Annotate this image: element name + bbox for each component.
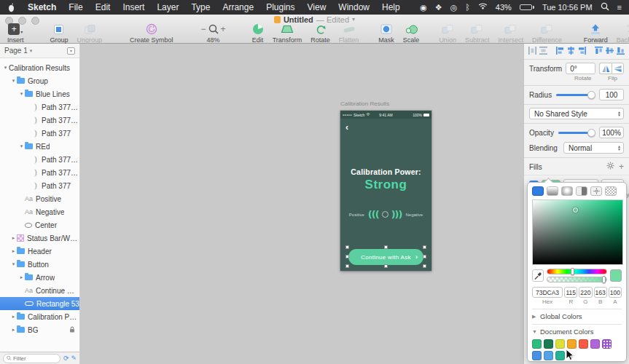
document-color-swatch[interactable] (544, 351, 553, 360)
layer-center[interactable]: Center (0, 218, 79, 232)
app-status-icon[interactable]: ◎ (450, 4, 458, 12)
toolbar-48--button[interactable]: −+48% (200, 20, 227, 44)
flip-horizontal-button[interactable] (599, 63, 612, 74)
back-chevron-icon[interactable]: ‹ (345, 122, 348, 132)
layer-path-377-[interactable]: )Path 377… (0, 166, 79, 179)
noise-fill-button[interactable] (605, 186, 617, 196)
align-bottom-icon[interactable] (616, 46, 625, 57)
document-colors-row[interactable]: ▼ Document Colors (532, 324, 622, 336)
alpha-slider[interactable] (547, 277, 607, 282)
page-header[interactable]: Page 1 ▾ ▾ (0, 44, 79, 58)
menu-window[interactable]: Window (338, 2, 370, 12)
distribute-horizontal-icon[interactable] (528, 46, 537, 57)
menu-edit[interactable]: Edit (95, 2, 111, 12)
toolbar-forward-button[interactable]: Forward (584, 20, 608, 44)
document-color-swatch[interactable] (590, 339, 600, 349)
align-top-icon[interactable] (594, 46, 603, 57)
align-middle-vertical-icon[interactable] (605, 46, 614, 57)
layer-negative[interactable]: AaNegative (0, 205, 79, 218)
layer-arrow[interactable]: ▸Arrow (0, 271, 79, 284)
menu-file[interactable]: File (69, 2, 82, 12)
layer-positive[interactable]: AaPositive (0, 192, 79, 205)
eyedropper-button[interactable] (532, 269, 544, 282)
selection-handle[interactable] (423, 245, 426, 249)
green-input[interactable]: 220 (579, 287, 592, 298)
toolbar-create-symbol-button[interactable]: Create Symbol (130, 20, 173, 44)
menu-layer[interactable]: Layer (157, 2, 179, 12)
layer-path-377-[interactable]: )Path 377… (0, 153, 79, 166)
toolbar-group-button[interactable]: Group (50, 20, 69, 44)
disclosure-triangle-icon[interactable]: ▾ (10, 78, 17, 84)
opacity-slider-knob[interactable] (587, 129, 595, 137)
shared-style-dropdown[interactable]: No Shared Style ▲▼ (529, 108, 624, 119)
add-fill-icon[interactable]: + (619, 162, 624, 172)
disclosure-triangle-icon[interactable]: ▾ (18, 91, 25, 97)
layer-status-bar-whi-[interactable]: ▸Status Bar/Whi… (0, 232, 79, 245)
layer-path-377[interactable]: )Path 377 (0, 127, 79, 140)
blue-input[interactable]: 163 (594, 287, 607, 298)
layer-red[interactable]: ▾REd (0, 140, 79, 153)
angular-gradient-button[interactable] (576, 186, 587, 196)
layer-blue-lines[interactable]: ▾Blue Lines (0, 87, 79, 100)
toolbar-scale-button[interactable]: Scale (403, 20, 420, 44)
solid-fill-button[interactable] (532, 186, 544, 196)
artboard[interactable]: ●●●●● Sketch 9:41 AM 100% ‹ Calibration … (340, 111, 431, 271)
hue-slider[interactable] (547, 269, 607, 274)
layer-button[interactable]: ▾Button (0, 258, 79, 271)
disclosure-triangle-icon[interactable]: ▾ (10, 261, 17, 267)
edit-shape-icon[interactable]: ✎ (71, 355, 77, 362)
disclosure-closed-icon[interactable]: ▶ (532, 314, 537, 320)
hue-slider-handle[interactable] (571, 268, 574, 275)
disclosure-triangle-icon[interactable]: ▸ (10, 327, 17, 333)
align-left-icon[interactable] (555, 46, 565, 57)
rotate-copies-icon[interactable]: ⟳ (63, 355, 69, 362)
document-color-swatch[interactable] (602, 339, 612, 349)
artboard-label[interactable]: Calibration Results (340, 100, 389, 107)
radius-slider-knob[interactable] (587, 91, 595, 99)
disclosure-triangle-icon[interactable]: ▸ (10, 314, 17, 320)
selection-handle[interactable] (345, 264, 349, 268)
disclosure-triangle-icon[interactable]: ▸ (10, 235, 17, 241)
menu-plugins[interactable]: Plugins (266, 2, 294, 12)
document-color-swatch[interactable] (532, 351, 542, 360)
global-colors-row[interactable]: ▶ Global Colors (532, 309, 622, 320)
filter-input[interactable] (13, 355, 57, 362)
disclosure-triangle-icon[interactable]: ▾ (2, 65, 9, 71)
layer-header[interactable]: ▸Header (0, 245, 79, 258)
layer-group[interactable]: ▾Group (0, 74, 79, 87)
menu-help[interactable]: Help (382, 2, 400, 12)
toolbar-mask-button[interactable]: Mask (378, 20, 394, 44)
align-center-horizontal-icon[interactable] (566, 46, 576, 57)
bluetooth-icon[interactable]: ᛒ (465, 4, 470, 12)
continue-button[interactable]: Continue with Ask › (348, 249, 423, 265)
dropbox-icon[interactable]: ❖ (435, 4, 442, 12)
notification-center-icon[interactable]: ≡ (617, 4, 622, 12)
lock-icon[interactable] (69, 326, 75, 334)
align-right-icon[interactable] (577, 46, 587, 57)
hex-input[interactable]: 73DCA3 (532, 287, 563, 298)
spotlight-icon[interactable] (601, 2, 609, 12)
layer-continue-wi-[interactable]: AaContinue wi… (0, 284, 79, 297)
layer-path-377[interactable]: )Path 377 (0, 179, 79, 192)
menu-type[interactable]: Type (191, 2, 210, 12)
toolbar-edit-button[interactable]: Edit (252, 20, 264, 44)
menu-sketch[interactable]: Sketch (28, 2, 56, 12)
linear-gradient-button[interactable] (547, 186, 558, 196)
screen-record-icon[interactable]: ◉ (420, 4, 427, 12)
alpha-slider-handle[interactable] (602, 276, 606, 283)
color-selector-ring[interactable] (573, 207, 578, 213)
menu-arrange[interactable]: Arrange (222, 2, 254, 12)
wifi-icon[interactable] (478, 3, 488, 12)
document-color-swatch[interactable] (555, 339, 565, 349)
radial-gradient-button[interactable] (561, 186, 573, 196)
disclosure-triangle-icon[interactable]: ▾ (18, 143, 25, 149)
opacity-slider[interactable] (558, 132, 595, 134)
red-input[interactable]: 115 (564, 287, 577, 298)
menubar-clock[interactable]: Tue 10:56 PM (542, 3, 593, 12)
toolbar-rotate-button[interactable]: Rotate (310, 20, 330, 44)
alpha-input[interactable]: 100 (609, 287, 622, 298)
add-document-color-button[interactable]: + (567, 351, 577, 360)
toolbar-insert-button[interactable]: +▾Insert (7, 20, 24, 44)
layer-bg[interactable]: ▸BG (0, 323, 79, 336)
collapse-pages-icon[interactable]: ▾ (67, 47, 75, 55)
